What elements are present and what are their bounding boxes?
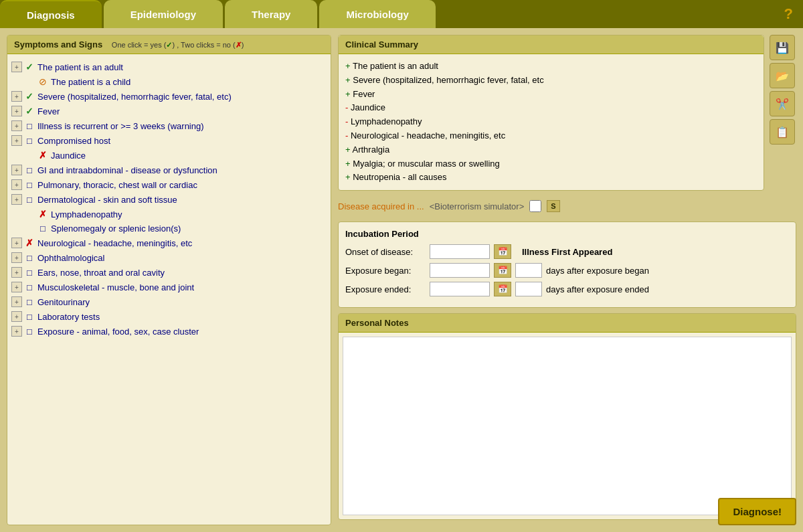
- tab-diagnosis[interactable]: Diagnosis: [0, 0, 102, 28]
- cs-sign: +: [345, 61, 351, 71]
- clinical-summary-box: Clinical Summary + The patient is an adu…: [338, 35, 764, 191]
- status-empty-icon: □: [23, 195, 35, 205]
- notes-textarea[interactable]: [343, 337, 792, 515]
- personal-notes-header: Personal Notes: [339, 314, 796, 333]
- status-check-icon: ✓: [23, 106, 35, 116]
- symptom-label: Exposure - animal, food, sex, case clust…: [37, 327, 199, 337]
- symptom-item[interactable]: +✓Severe (hospitalized, hemorrhagic feve…: [11, 89, 327, 104]
- symptom-label: Neurological - headache, meningitis, etc: [37, 238, 192, 248]
- days-after-began-input[interactable]: [515, 263, 542, 278]
- symptom-item[interactable]: □Splenomegaly or splenic lesion(s): [11, 221, 327, 236]
- symptom-item[interactable]: +□Exposure - animal, food, sex, case clu…: [11, 324, 327, 339]
- symptom-item[interactable]: +□Dermatological - skin and soft tissue: [11, 192, 327, 207]
- onset-calendar-btn[interactable]: 📅: [494, 244, 511, 259]
- symptoms-list: +✓The patient is an adult⊘The patient is…: [7, 54, 331, 525]
- status-empty-icon: □: [23, 136, 35, 146]
- symptom-item[interactable]: +□Compromised host: [11, 133, 327, 148]
- symptom-label: Fever: [37, 106, 60, 116]
- symptom-label: Dermatological - skin and soft tissue: [37, 195, 177, 205]
- exposure-ended-calendar-btn[interactable]: 📅: [494, 282, 511, 296]
- expand-btn[interactable]: +: [11, 165, 22, 175]
- cut-button[interactable]: ✂️: [770, 91, 795, 116]
- symptom-item[interactable]: +□Ophthalmological: [11, 250, 327, 265]
- side-buttons: 💾📂✂️📋: [770, 35, 796, 191]
- days-after-ended-label: days after exposure ended: [546, 284, 649, 294]
- cs-sign: -: [345, 130, 348, 141]
- onset-input[interactable]: [430, 244, 490, 259]
- clinical-summary-item: + Fever: [345, 88, 757, 102]
- onset-row: Onset of disease: 📅 Illness First Appear…: [345, 244, 789, 259]
- symptom-item[interactable]: ✗Lymphadenopathy: [11, 207, 327, 221]
- expand-btn[interactable]: +: [11, 252, 22, 263]
- clinical-summary-item: + Neutropenia - all causes: [345, 171, 757, 185]
- exposure-began-input[interactable]: [430, 263, 490, 278]
- tab-therapy[interactable]: Therapy: [225, 0, 317, 28]
- expand-btn[interactable]: +: [11, 282, 22, 292]
- clinical-summary-item: + Arthralgia: [345, 143, 757, 157]
- days-after-ended-input[interactable]: [515, 282, 542, 296]
- symptom-label: Ophthalmological: [37, 253, 104, 263]
- symptom-item[interactable]: +✗Neurological - headache, meningitis, e…: [11, 236, 327, 250]
- cs-sign: -: [345, 102, 348, 112]
- symptom-item[interactable]: +✓The patient is an adult: [11, 60, 327, 74]
- right-panel: Clinical Summary + The patient is an adu…: [338, 35, 796, 525]
- exposure-ended-input[interactable]: [430, 282, 490, 296]
- status-empty-icon: □: [23, 297, 35, 307]
- clinical-summary-header: Clinical Summary: [339, 35, 764, 54]
- bioterrorism-checkbox[interactable]: [529, 200, 541, 212]
- symptom-item[interactable]: +□Ears, nose, throat and oral cavity: [11, 265, 327, 280]
- clinical-summary-item: - Lymphadenopathy: [345, 115, 757, 129]
- expand-btn[interactable]: +: [11, 238, 22, 248]
- expand-btn[interactable]: +: [11, 120, 22, 131]
- expand-btn[interactable]: +: [11, 62, 22, 72]
- bioterrorism-label: <Bioterrorism simulator>: [430, 201, 525, 211]
- disease-acquired-link[interactable]: Disease acquired in ...: [338, 201, 424, 211]
- symptom-label: The patient is an adult: [37, 62, 123, 72]
- symptom-item[interactable]: +□GI and intraabdominal - disease or dys…: [11, 163, 327, 177]
- open-button[interactable]: 📂: [770, 63, 795, 88]
- symptom-label: Laboratory tests: [37, 312, 100, 322]
- symptom-label: Lymphadenopathy: [51, 209, 122, 219]
- status-empty-icon: □: [23, 268, 35, 278]
- symptom-label: GI and intraabdominal - disease or dysfu…: [37, 165, 217, 175]
- expand-btn[interactable]: +: [11, 91, 22, 102]
- paste-button[interactable]: 📋: [770, 119, 795, 145]
- status-cross-icon: ✗: [37, 150, 49, 161]
- incubation-section: Incubation Period Onset of disease: 📅 Il…: [338, 221, 796, 308]
- save-button[interactable]: 💾: [770, 35, 795, 60]
- click-hint: One click = yes (✓) , Two clicks = no (✗…: [112, 41, 244, 49]
- status-cross-icon: ✗: [23, 238, 35, 248]
- expand-btn[interactable]: +: [11, 326, 22, 337]
- status-empty-icon: □: [37, 224, 49, 234]
- diagnose-button[interactable]: Diagnose!: [718, 498, 796, 525]
- status-no-icon: ⊘: [37, 76, 49, 87]
- cs-sign: +: [345, 172, 351, 182]
- tab-microbiology[interactable]: Microbiology: [319, 0, 435, 28]
- exposure-ended-label: Exposure ended:: [345, 284, 426, 294]
- expand-btn[interactable]: +: [11, 106, 22, 116]
- tab-epidemiology[interactable]: Epidemiology: [104, 0, 223, 28]
- symptom-item[interactable]: +✓Fever: [11, 104, 327, 118]
- expand-btn[interactable]: +: [11, 194, 22, 205]
- help-icon[interactable]: ?: [784, 5, 793, 23]
- expand-btn[interactable]: +: [11, 296, 22, 307]
- expand-btn[interactable]: +: [11, 311, 22, 322]
- symptoms-panel: Symptoms and Signs One click = yes (✓) ,…: [7, 35, 331, 525]
- expand-btn[interactable]: +: [11, 267, 22, 278]
- expand-btn[interactable]: +: [11, 179, 22, 190]
- status-empty-icon: □: [23, 312, 35, 322]
- s-button[interactable]: S: [547, 200, 559, 212]
- symptom-item[interactable]: +□Genitourinary: [11, 294, 327, 309]
- clinical-summary-content: + The patient is an adult+ Severe (hospi…: [339, 54, 764, 190]
- symptom-item[interactable]: +□Illness is recurrent or >= 3 weeks (wa…: [11, 118, 327, 133]
- exposure-began-calendar-btn[interactable]: 📅: [494, 263, 511, 278]
- symptom-item[interactable]: ✗Jaundice: [11, 148, 327, 163]
- expand-btn[interactable]: +: [11, 135, 22, 146]
- symptom-item[interactable]: +□Pulmonary, thoracic, chest wall or car…: [11, 177, 327, 192]
- cs-sign: +: [345, 145, 351, 155]
- symptom-item[interactable]: ⊘The patient is a child: [11, 74, 327, 89]
- symptom-item[interactable]: +□Laboratory tests: [11, 309, 327, 324]
- status-check-icon: ✓: [23, 91, 35, 102]
- symptom-item[interactable]: +□Musculoskeletal - muscle, bone and joi…: [11, 280, 327, 294]
- days-after-began-label: days after exposure began: [546, 266, 649, 276]
